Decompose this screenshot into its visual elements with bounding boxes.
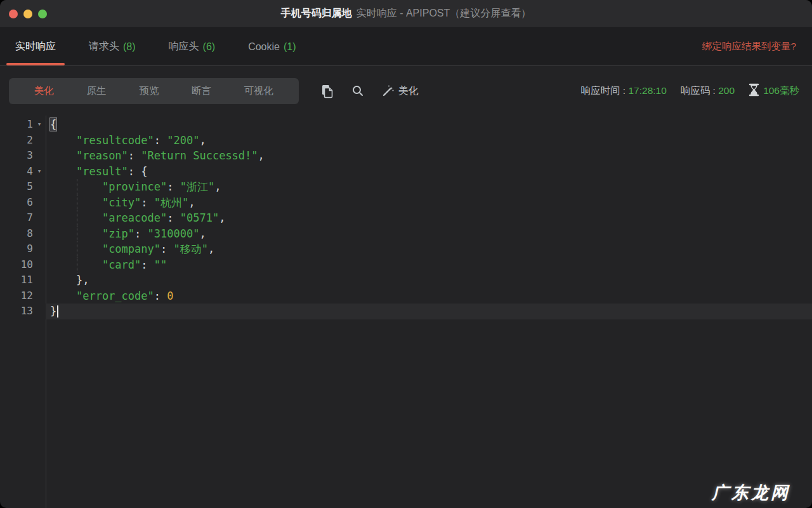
json-string: "移动": [174, 243, 208, 255]
fold-spacer: [33, 257, 46, 273]
indent-guide: [77, 257, 77, 273]
json-punctuation: ,: [188, 196, 195, 209]
indent-guide: [77, 195, 77, 211]
response-code-label: 响应码 :: [681, 85, 716, 96]
json-punctuation: :: [167, 180, 180, 193]
json-punctuation: ,: [214, 180, 221, 193]
json-punctuation: [50, 211, 102, 224]
code-line: 1▾{: [0, 117, 812, 133]
code-line: 2 "resultcode": "200",: [0, 133, 812, 149]
code-content: "card": "": [46, 257, 812, 273]
tab-实时响应[interactable]: 实时响应: [6, 28, 65, 65]
fold-spacer: [33, 148, 46, 164]
json-punctuation: :: [128, 149, 141, 162]
line-number: 1: [0, 117, 33, 133]
json-punctuation: :: [160, 243, 173, 255]
tab-label: 响应头: [169, 40, 199, 53]
json-string: "zip": [102, 227, 134, 240]
code-line: 3 "reason": "Return Successd!",: [0, 148, 812, 164]
json-punctuation: [50, 274, 76, 286]
line-number: 2: [0, 133, 33, 149]
beautify-label: 美化: [398, 84, 419, 98]
mode-断言[interactable]: 断言: [192, 84, 211, 98]
window-subtitle: 实时响应 - APIPOST（建议分屏查看）: [357, 7, 532, 20]
watermark: 广东龙网: [712, 485, 790, 501]
response-body-editor[interactable]: 1▾{2 "resultcode": "200",3 "reason": "Re…: [0, 116, 812, 508]
code-content: "zip": "310000",: [46, 226, 812, 242]
zoom-button[interactable]: [38, 10, 47, 18]
copy-button[interactable]: [320, 84, 334, 98]
code-content: "reason": "Return Successd!",: [46, 148, 812, 164]
tab-label: 实时响应: [15, 40, 56, 53]
line-number: 13: [0, 304, 33, 319]
beautify-button[interactable]: 美化: [381, 84, 419, 98]
json-punctuation: [50, 134, 76, 147]
line-number: 5: [0, 179, 33, 195]
json-punctuation: },: [76, 274, 89, 286]
json-punctuation: ,: [258, 149, 265, 162]
mode-可视化[interactable]: 可视化: [244, 84, 274, 98]
fold-arrow-icon[interactable]: ▾: [33, 164, 46, 180]
json-string: "card": [102, 258, 141, 271]
tab-请求头[interactable]: 请求头(8): [80, 28, 145, 65]
line-number: 11: [0, 272, 33, 288]
tab-count-badge: (1): [284, 41, 296, 53]
line-number: 10: [0, 257, 33, 273]
code-content: "areacode": "0571",: [46, 210, 812, 226]
tab-count-badge: (8): [123, 41, 136, 53]
json-string: "Return Successd!": [141, 149, 258, 162]
window-title: 手机号码归属地: [281, 7, 352, 20]
code-content: {: [46, 117, 812, 133]
app-window: 手机号码归属地 实时响应 - APIPOST（建议分屏查看） 实时响应请求头(8…: [0, 0, 812, 508]
fold-spacer: [33, 226, 46, 242]
search-icon: [351, 84, 364, 97]
tab-响应头[interactable]: 响应头(6): [160, 28, 225, 65]
line-number: 9: [0, 241, 33, 257]
response-time: 响应时间 : 17:28:10: [581, 84, 667, 98]
fold-spacer: [33, 133, 46, 149]
duration-value: 106毫秒: [763, 84, 799, 98]
code-line: 13}: [0, 304, 812, 319]
line-number: 12: [0, 288, 33, 304]
json-punctuation: [50, 243, 102, 255]
tool-icons: 美化: [320, 84, 419, 98]
json-string: "": [154, 258, 167, 271]
bind-response-to-variable-link[interactable]: 绑定响应结果到变量?: [702, 40, 812, 53]
fold-spacer: [33, 210, 46, 226]
minimize-button[interactable]: [23, 10, 32, 18]
json-punctuation: :: [154, 134, 167, 147]
json-punctuation: :: [154, 290, 167, 302]
fold-spacer: [33, 241, 46, 257]
code-content: "city": "杭州",: [46, 195, 812, 211]
json-punctuation: :: [167, 211, 180, 224]
fold-arrow-icon[interactable]: ▾: [33, 117, 46, 133]
line-number: 3: [0, 148, 33, 164]
mode-预览[interactable]: 预览: [139, 84, 159, 98]
response-time-label: 响应时间 :: [581, 85, 626, 96]
close-button[interactable]: [9, 10, 18, 18]
indent-guide: [77, 226, 77, 242]
code-line: 12 "error_code": 0: [0, 288, 812, 304]
json-punctuation: ,: [199, 134, 206, 147]
fold-spacer: [33, 288, 46, 304]
mode-美化[interactable]: 美化: [34, 84, 54, 98]
json-punctuation: [50, 227, 102, 240]
json-string: "310000": [148, 227, 200, 240]
line-number: 4: [0, 164, 33, 180]
json-punctuation: ,: [219, 211, 225, 224]
fold-spacer: [33, 272, 46, 288]
search-button[interactable]: [351, 84, 364, 97]
code-content: "error_code": 0: [46, 288, 812, 304]
response-code: 响应码 : 200: [681, 84, 735, 98]
line-number: 7: [0, 210, 33, 226]
text-cursor: [57, 305, 58, 318]
code-line: 11 },: [0, 272, 812, 288]
json-punctuation: }: [50, 305, 56, 318]
code-content: },: [46, 272, 812, 288]
code-content: "province": "浙江",: [46, 179, 812, 195]
magic-wand-icon: [381, 84, 395, 98]
mode-原生[interactable]: 原生: [87, 84, 107, 98]
json-punctuation: [50, 180, 102, 193]
tab-bar: 实时响应请求头(8)响应头(6)Cookie(1)绑定响应结果到变量?: [0, 28, 812, 66]
tab-Cookie[interactable]: Cookie(1): [239, 28, 304, 65]
